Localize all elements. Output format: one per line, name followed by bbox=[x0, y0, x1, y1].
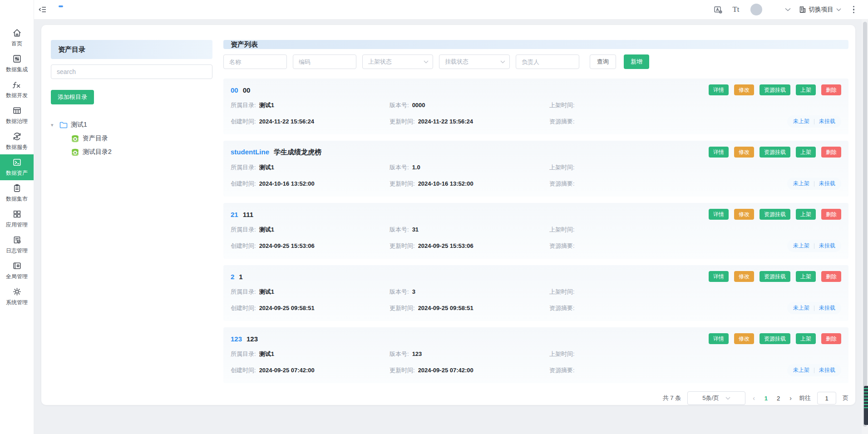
status-not-mounted[interactable]: 未挂载 bbox=[819, 242, 835, 250]
status-not-shelved[interactable]: 未上架 bbox=[793, 366, 809, 374]
sidebar-item-window[interactable]: 全局管理 bbox=[0, 258, 34, 284]
action-button-green[interactable]: 详情 bbox=[709, 84, 729, 95]
action-button-orange[interactable]: 修改 bbox=[734, 333, 754, 344]
page-size-select[interactable]: 5条/页 bbox=[687, 391, 745, 405]
tag-divider bbox=[814, 306, 814, 311]
asset-database-icon: ¥ bbox=[71, 134, 79, 143]
updated-time-label: 更新时间: bbox=[390, 118, 415, 125]
next-page-button[interactable]: › bbox=[789, 395, 793, 402]
action-button-green[interactable]: 资源挂载 bbox=[760, 84, 790, 95]
tree-node-root[interactable]: ▾ 测试1 bbox=[51, 118, 212, 132]
asset-list-item: 21 详情修改资源挂载上架删除 所属目录:测试1 版本号:3 上架时间: 创建时… bbox=[223, 265, 848, 321]
action-button-orange[interactable]: 修改 bbox=[734, 147, 754, 158]
scrollbar-thumb[interactable] bbox=[863, 22, 867, 427]
sidebar-item-sliders[interactable]: 数据集成 bbox=[0, 51, 34, 77]
prev-page-button[interactable]: ‹ bbox=[752, 395, 756, 402]
action-button-red[interactable]: 删除 bbox=[821, 147, 841, 158]
sidebar-item-clipboard[interactable]: 数据集市 bbox=[0, 180, 34, 206]
catalog-value: 测试1 bbox=[259, 164, 274, 171]
user-chevron-down-icon[interactable] bbox=[785, 8, 791, 11]
sidebar-item-label: 数据资产 bbox=[6, 169, 28, 177]
action-button-green[interactable]: 上架 bbox=[796, 271, 816, 282]
asset-code[interactable]: 00 bbox=[231, 86, 238, 94]
action-button-green[interactable]: 资源挂载 bbox=[760, 209, 790, 220]
page-number-2[interactable]: 2 bbox=[774, 395, 782, 402]
action-button-green[interactable]: 详情 bbox=[709, 147, 729, 158]
action-button-green[interactable]: 上架 bbox=[796, 84, 816, 95]
name-filter-input[interactable] bbox=[223, 54, 287, 69]
asset-code[interactable]: 2 bbox=[231, 273, 234, 281]
sidebar-item-terminal[interactable]: 数据资产 bbox=[0, 154, 34, 180]
updated-time-value: 2024-10-16 13:52:00 bbox=[418, 180, 473, 187]
goto-page-input[interactable] bbox=[817, 392, 836, 404]
status-not-shelved[interactable]: 未上架 bbox=[793, 304, 809, 312]
asset-title: 123123 bbox=[231, 335, 258, 343]
goto-label: 前往 bbox=[799, 394, 811, 402]
status-not-shelved[interactable]: 未上架 bbox=[793, 118, 809, 125]
switch-project-label: 切换项目 bbox=[809, 5, 833, 14]
action-button-orange[interactable]: 修改 bbox=[734, 209, 754, 220]
sidebar-item-doc-check[interactable]: 日志管理 bbox=[0, 232, 34, 258]
action-button-red[interactable]: 删除 bbox=[821, 209, 841, 220]
tree-node-child[interactable]: ¥ 测试目录2 bbox=[71, 145, 212, 159]
shelf-status-select[interactable]: 上架状态 bbox=[362, 54, 433, 69]
add-asset-button[interactable]: 新增 bbox=[624, 54, 649, 69]
action-button-green[interactable]: 资源挂载 bbox=[760, 147, 790, 158]
query-button[interactable]: 查询 bbox=[590, 54, 616, 69]
action-button-green[interactable]: 上架 bbox=[796, 209, 816, 220]
mount-status-select[interactable]: 挂载状态 bbox=[439, 54, 510, 69]
action-button-green[interactable]: 资源挂载 bbox=[760, 333, 790, 344]
action-button-green[interactable]: 上架 bbox=[796, 147, 816, 158]
asset-fields: 所属目录:测试1 版本号:1.0 上架时间: 创建时间:2024-10-16 1… bbox=[231, 163, 841, 190]
scroll-minimap[interactable] bbox=[864, 386, 868, 425]
status-tags: 未上架 未挂载 bbox=[787, 240, 841, 252]
code-filter-input[interactable] bbox=[293, 54, 356, 69]
sidebar-item-gear[interactable]: 系统管理 bbox=[0, 284, 34, 310]
tree-caret-icon[interactable]: ▾ bbox=[51, 122, 56, 128]
action-button-orange[interactable]: 修改 bbox=[734, 271, 754, 282]
action-button-green[interactable]: 详情 bbox=[709, 271, 729, 282]
font-size-icon[interactable]: Tt bbox=[732, 5, 739, 14]
status-not-shelved[interactable]: 未上架 bbox=[793, 242, 809, 250]
page-number-1[interactable]: 1 bbox=[762, 395, 770, 402]
asset-title: studentLine学生成绩龙虎榜 bbox=[231, 148, 321, 157]
more-menu-icon[interactable] bbox=[853, 6, 855, 14]
sidebar-item-currency-sync[interactable]: 数据服务 bbox=[0, 128, 34, 154]
sidebar-item-table[interactable]: 数据治理 bbox=[0, 103, 34, 128]
collapse-menu-icon[interactable] bbox=[39, 5, 47, 14]
translate-image-icon[interactable] bbox=[714, 5, 722, 14]
add-root-catalog-button[interactable]: 添加根目录 bbox=[51, 90, 94, 104]
action-button-red[interactable]: 删除 bbox=[821, 84, 841, 95]
created-time-label: 创建时间: bbox=[231, 367, 256, 374]
chevron-down-icon bbox=[725, 397, 730, 400]
status-not-mounted[interactable]: 未挂载 bbox=[819, 180, 835, 187]
sidebar-item-label: 数据集市 bbox=[6, 195, 28, 203]
sidebar-item-fx[interactable]: 数据开发 bbox=[0, 77, 34, 103]
pagination: 共 7 条 5条/页 ‹ 12 › 前往 页 bbox=[223, 391, 848, 405]
action-button-green[interactable]: 详情 bbox=[709, 333, 729, 344]
action-button-orange[interactable]: 修改 bbox=[734, 84, 754, 95]
tree-node-child[interactable]: ¥ 资产目录 bbox=[71, 132, 212, 145]
asset-code[interactable]: 123 bbox=[231, 335, 242, 343]
action-button-red[interactable]: 删除 bbox=[821, 271, 841, 282]
avatar[interactable] bbox=[750, 4, 762, 15]
status-not-mounted[interactable]: 未挂载 bbox=[819, 304, 835, 312]
action-button-red[interactable]: 删除 bbox=[821, 333, 841, 344]
switch-project[interactable]: 切换项目 bbox=[799, 5, 841, 14]
sidebar-item-grid[interactable]: 应用管理 bbox=[0, 206, 34, 232]
owner-filter-input[interactable] bbox=[516, 54, 579, 69]
catalog-search-input[interactable] bbox=[51, 64, 212, 79]
sidebar-item-home[interactable]: 首页 bbox=[0, 25, 34, 51]
scrollbar-track[interactable] bbox=[862, 20, 868, 434]
action-button-green[interactable]: 详情 bbox=[709, 209, 729, 220]
asset-code[interactable]: studentLine bbox=[231, 148, 269, 156]
asset-code[interactable]: 21 bbox=[231, 211, 238, 218]
status-not-mounted[interactable]: 未挂载 bbox=[819, 118, 835, 125]
action-button-green[interactable]: 上架 bbox=[796, 333, 816, 344]
status-not-shelved[interactable]: 未上架 bbox=[793, 180, 809, 187]
status-not-mounted[interactable]: 未挂载 bbox=[819, 366, 835, 374]
action-button-green[interactable]: 资源挂载 bbox=[760, 271, 790, 282]
sidebar-item-label: 数据开发 bbox=[6, 92, 28, 99]
project-chevron-down-icon bbox=[836, 8, 841, 11]
version-label: 版本号: bbox=[390, 226, 409, 233]
